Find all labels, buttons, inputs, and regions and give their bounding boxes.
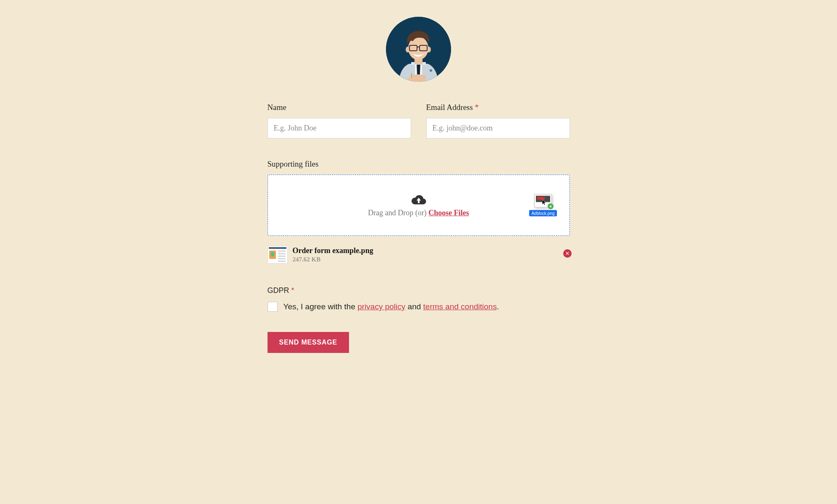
email-input[interactable] [426,118,570,138]
gdpr-label: GDPR * [268,286,570,295]
name-label: Name [268,103,411,112]
send-message-button[interactable]: SEND MESSAGE [268,332,349,353]
drag-ghost-filename: Adblock.png [529,210,556,217]
svg-point-11 [430,69,432,72]
file-thumbnail [268,246,288,264]
terms-link[interactable]: terms and conditions [423,302,497,311]
avatar-wrap [268,17,570,82]
remove-file-button[interactable]: ✕ [563,249,572,258]
upload-label: Supporting files [268,159,570,169]
uploaded-file-item: Order form example.png 247.62 KB ✕ [268,246,570,264]
name-input[interactable] [268,118,411,138]
required-mark: * [291,286,294,295]
email-label: Email Address * [426,103,570,112]
avatar-illustration [386,17,451,82]
privacy-policy-link[interactable]: privacy policy [357,302,405,311]
svg-rect-10 [411,73,412,78]
cloud-upload-icon [411,193,427,205]
file-name: Order form example.png [293,246,570,255]
file-size: 247.62 KB [293,256,570,263]
drag-ghost: + Adblock.png [529,194,556,217]
gdpr-checkbox[interactable] [268,302,278,312]
gdpr-consent-text: Yes, I agree with the privacy policy and… [283,302,499,311]
required-mark: * [475,103,479,112]
choose-files-link[interactable]: Choose Files [428,209,469,217]
file-dropzone[interactable]: Drag and Drop (or) Choose Files + Adbloc… [268,175,570,236]
dropzone-text: Drag and Drop (or) Choose Files [368,209,469,217]
